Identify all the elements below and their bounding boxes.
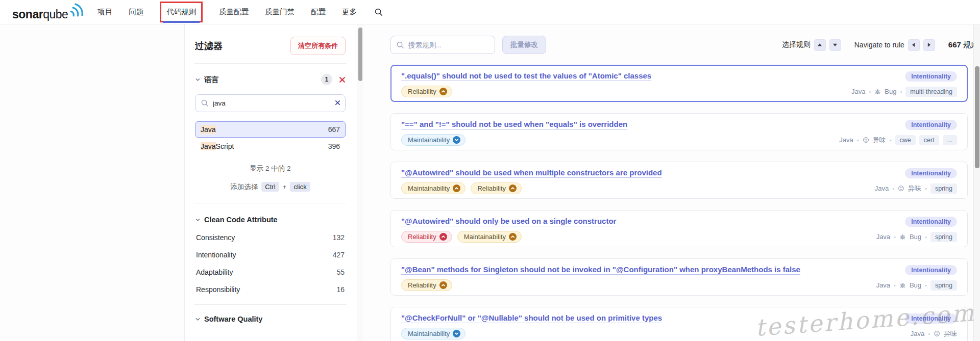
facet-item-responsibility[interactable]: Responsibility 16: [195, 281, 346, 298]
separator-dot: [925, 185, 927, 192]
rule-type-label: Bug: [910, 281, 921, 289]
impact-label: Reliability: [408, 281, 436, 289]
nav-item-rules[interactable]: 代码规则: [160, 2, 203, 22]
nav-item-more[interactable]: 更多: [342, 3, 357, 21]
rule-title-link[interactable]: "@Bean" methods for Singleton should not…: [401, 265, 800, 274]
rule-tag[interactable]: cert: [919, 135, 939, 145]
clean-code-attribute-badge: Intentionality: [905, 168, 957, 178]
navigate-forward-button[interactable]: [923, 39, 935, 51]
navigate-back-button[interactable]: [908, 39, 920, 51]
separator-dot: [894, 233, 896, 241]
separator-dot: [857, 136, 859, 144]
rule-title-link[interactable]: "==" and "!=" should not be used when "e…: [401, 120, 627, 128]
bulk-change-button[interactable]: 批量修改: [502, 36, 546, 54]
severity-icon: [439, 88, 447, 95]
top-nav: sonarqube 项目问题代码规则质量配置质量门禁配置更多: [0, 0, 980, 24]
rule-type-label: 异味: [873, 136, 886, 145]
impact-badges: Maintainability: [401, 134, 465, 146]
impact-badge: Reliability: [401, 279, 452, 291]
impact-label: Maintainability: [408, 185, 450, 192]
rule-language: Java: [875, 185, 889, 192]
rule-type-label: 异味: [944, 329, 957, 338]
click-keycap: click: [290, 182, 310, 192]
select-previous-rule-button[interactable]: [814, 39, 826, 51]
language-facet-clear-icon[interactable]: [339, 76, 346, 83]
nav-item-projects[interactable]: 项目: [97, 3, 112, 21]
rule-tag[interactable]: spring: [930, 232, 957, 242]
nav-item-issues[interactable]: 问题: [129, 3, 143, 21]
facet-item-consistency[interactable]: Consistency 132: [195, 229, 346, 246]
separator-dot: [925, 281, 927, 289]
nav-item-administration[interactable]: 配置: [311, 3, 326, 21]
severity-icon: [509, 233, 517, 241]
separator-dot: [928, 330, 930, 337]
rule-meta: Java Bug multi-threading: [851, 87, 957, 97]
nav-menu: 项目问题代码规则质量配置质量门禁配置更多: [97, 0, 357, 24]
match-highlight: Java: [201, 125, 216, 134]
attribute-facet-header[interactable]: Clean Code Attribute: [195, 216, 346, 224]
divider: [194, 63, 347, 64]
rule-title-link[interactable]: "@Autowired" should only be used on a si…: [401, 217, 616, 225]
clear-all-filters-button[interactable]: 清空所有条件: [290, 37, 346, 55]
separator-dot: [892, 185, 894, 192]
rule-tag[interactable]: spring: [930, 183, 957, 194]
language-facet-title: 语言: [204, 75, 219, 85]
rule-title-link[interactable]: ".equals()" should not be used to test t…: [401, 71, 651, 80]
impact-badge: Reliability: [471, 182, 522, 194]
global-search-icon[interactable]: [374, 8, 383, 16]
bug-icon: [874, 88, 881, 95]
impact-label: Reliability: [477, 185, 506, 192]
code-smell-icon: [934, 330, 940, 337]
language-search-input[interactable]: [195, 94, 346, 112]
filters-sidebar: 过滤器 清空所有条件 语言 1 Java 667 JavaScript: [184, 24, 357, 341]
rule-title-link[interactable]: "@Autowired" should be used when multipl…: [401, 168, 662, 177]
impact-label: Reliability: [408, 88, 436, 95]
rule-tag[interactable]: ...: [943, 135, 957, 145]
rules-search-input[interactable]: [390, 36, 495, 54]
sonarqube-logo[interactable]: sonarqube: [12, 3, 84, 21]
impact-label: Maintainability: [408, 330, 450, 337]
language-search-clear-icon[interactable]: [335, 100, 340, 106]
facet-item-adaptability[interactable]: Adaptability 55: [195, 264, 346, 281]
rules-main: 批量修改 选择规则 Navigate to rule 667 规则 ".equa…: [390, 24, 978, 341]
rule-meta: Java Bug spring: [876, 280, 957, 291]
rule-card: ".equals()" should not be used to test t…: [390, 65, 968, 102]
nav-item-quality-profiles[interactable]: 质量配置: [219, 3, 249, 21]
quality-facet-header[interactable]: Software Quality: [195, 315, 346, 323]
rule-tag[interactable]: cwe: [895, 135, 916, 145]
nav-item-quality-gates[interactable]: 质量门禁: [265, 3, 295, 21]
rule-card: "@Autowired" should be used when multipl…: [390, 162, 968, 199]
rule-language: Java: [851, 88, 865, 95]
separator-dot: [925, 233, 927, 241]
attribute-facet-title: Clean Code Attribute: [204, 216, 278, 224]
separator-dot: [890, 136, 892, 144]
impact-badge: Maintainability: [401, 134, 465, 146]
language-option-count: 667: [328, 125, 340, 134]
logo-text: sonarqube: [12, 8, 68, 21]
rule-tag[interactable]: spring: [930, 280, 957, 291]
impact-badges: Maintainability: [401, 328, 465, 339]
clean-code-attribute-badge: Intentionality: [905, 120, 957, 130]
chevron-down-icon: [195, 217, 201, 223]
divider: [194, 304, 347, 305]
rule-type-label: Bug: [910, 233, 921, 241]
filters-title: 过滤器: [195, 40, 223, 52]
logo-waves-icon: [67, 1, 86, 18]
select-next-rule-button[interactable]: [829, 39, 841, 51]
facet-item-intentionality[interactable]: Intentionality 427: [195, 246, 346, 264]
showing-count-text: 显示 2 中的 2: [195, 164, 346, 173]
severity-icon: [509, 185, 517, 192]
language-option[interactable]: Java 667: [195, 121, 346, 138]
rule-meta: Java Bug spring: [876, 232, 957, 242]
multi-select-hint: 添加选择 Ctrl + click: [195, 182, 346, 192]
impact-badge: Reliability: [401, 231, 452, 243]
rule-tag[interactable]: multi-threading: [905, 87, 957, 97]
rule-title-link[interactable]: "@CheckForNull" or "@Nullable" should no…: [401, 313, 662, 322]
language-facet-header[interactable]: 语言 1: [195, 74, 346, 85]
clean-code-attribute-badge: Intentionality: [905, 217, 957, 227]
rule-card: "@CheckForNull" or "@Nullable" should no…: [390, 307, 968, 341]
page-scrollbar-thumb[interactable]: [975, 66, 979, 168]
sidebar-scrollbar-thumb[interactable]: [358, 28, 362, 81]
language-option-count: 396: [328, 142, 340, 150]
language-option[interactable]: JavaScript 396: [195, 138, 346, 154]
